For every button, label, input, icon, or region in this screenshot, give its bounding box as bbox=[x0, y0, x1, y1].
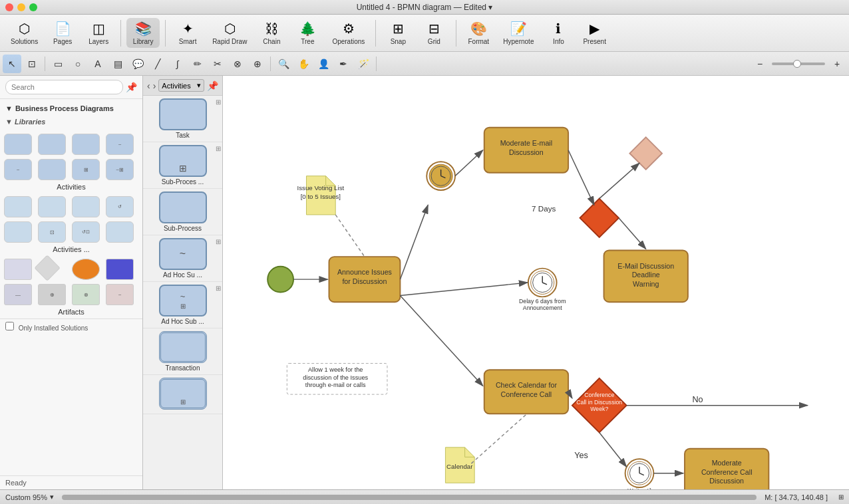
shape-cell-6[interactable] bbox=[38, 159, 66, 180]
shape-cell-7[interactable]: ⊞ bbox=[72, 159, 100, 180]
shape-cell-10[interactable] bbox=[38, 196, 66, 217]
only-installed[interactable]: Only Installed Solutions bbox=[0, 318, 142, 334]
shape-cell-12[interactable]: ↺ bbox=[106, 196, 134, 217]
layers-icon: ◫ bbox=[92, 21, 105, 37]
lib-item-subprocess[interactable]: ⊞ Sub-Proces ... ⊞ bbox=[143, 142, 222, 189]
svg-text:Week?: Week? bbox=[590, 406, 608, 412]
shape-cell-1[interactable] bbox=[4, 134, 32, 155]
curve-tool[interactable]: ∫ bbox=[168, 55, 187, 73]
start-event[interactable] bbox=[267, 267, 293, 293]
zoom-out-button[interactable]: − bbox=[751, 55, 769, 73]
layers-button[interactable]: ◫ Layers bbox=[82, 18, 115, 48]
gateway-1[interactable] bbox=[580, 199, 619, 237]
solutions-button[interactable]: ⬡ Solutions bbox=[5, 18, 43, 48]
search-input[interactable] bbox=[5, 80, 123, 94]
resize-handle[interactable]: ⊞ bbox=[838, 493, 844, 501]
user-tool[interactable]: 👤 bbox=[314, 55, 333, 73]
maximize-button[interactable] bbox=[29, 3, 37, 11]
table-tool[interactable]: ▤ bbox=[108, 55, 127, 73]
operations-button[interactable]: ⚙ Operations bbox=[327, 18, 370, 48]
scroll-bar[interactable] bbox=[62, 495, 757, 500]
info-button[interactable]: ℹ Info bbox=[542, 18, 575, 48]
rect-tool[interactable]: ▭ bbox=[49, 55, 67, 73]
zoom-in-button[interactable]: + bbox=[828, 55, 846, 73]
lib-item-transaction[interactable]: Transaction bbox=[143, 328, 222, 375]
chain-button[interactable]: ⛓ Chain bbox=[255, 19, 288, 48]
artifact-cell-7[interactable]: ⊗ bbox=[72, 284, 100, 305]
artifact-cell-2[interactable] bbox=[34, 255, 61, 281]
shape-tool[interactable]: ⊕ bbox=[248, 55, 267, 73]
lib-item-task[interactable]: Task ⊞ bbox=[143, 96, 222, 142]
svg-text:Conference Call: Conference Call bbox=[701, 468, 753, 476]
wand-tool[interactable]: 🪄 bbox=[354, 55, 373, 73]
artifact-cell-8[interactable]: ~ bbox=[106, 284, 134, 305]
pen-tool[interactable]: ✒ bbox=[334, 55, 353, 73]
sidebar-header: 📌 bbox=[0, 76, 142, 99]
library-button[interactable]: 📚 Library bbox=[126, 18, 160, 48]
info-label: Info bbox=[553, 38, 564, 45]
snap-button[interactable]: ⊞ Snap bbox=[381, 18, 415, 48]
shape-cell-3[interactable] bbox=[72, 134, 100, 155]
lib-item-adhoc[interactable]: ~ Ad Hoc Su ... ⊞ bbox=[143, 235, 222, 282]
subprocess-expander: ⊞ bbox=[216, 145, 221, 152]
close-button[interactable] bbox=[5, 3, 13, 11]
search-tool[interactable]: 🔍 bbox=[274, 55, 293, 73]
callout-tool[interactable]: 💬 bbox=[128, 55, 147, 73]
pan-tool[interactable]: ✋ bbox=[294, 55, 313, 73]
solutions-icon: ⬡ bbox=[19, 21, 30, 37]
smart-button[interactable]: ✦ Smart bbox=[171, 18, 204, 48]
shape-cell-8[interactable]: ~⊞ bbox=[106, 159, 134, 180]
select-tool[interactable]: ↖ bbox=[3, 55, 21, 73]
minimize-button[interactable] bbox=[17, 3, 25, 11]
nav-forward-button[interactable]: › bbox=[153, 80, 156, 91]
artifact-cell-4[interactable] bbox=[106, 259, 134, 280]
zoom-slider[interactable] bbox=[772, 63, 825, 65]
hypernote-button[interactable]: 📝 Hypernote bbox=[498, 18, 539, 48]
artifact-cell-1[interactable] bbox=[4, 259, 32, 280]
sep2 bbox=[165, 20, 166, 47]
libraries-section[interactable]: ▼ Libraries bbox=[0, 115, 142, 128]
pages-button[interactable]: 📄 Pages bbox=[46, 18, 79, 48]
present-button[interactable]: ▶ Present bbox=[578, 18, 611, 48]
only-installed-checkbox[interactable] bbox=[5, 322, 14, 330]
ellipse-tool[interactable]: ○ bbox=[69, 55, 87, 73]
tree-button[interactable]: 🌲 Tree bbox=[291, 18, 324, 48]
lib-item-subprocess2[interactable]: Sub-Process bbox=[143, 189, 222, 235]
svg-text:Discussion: Discussion bbox=[509, 148, 544, 156]
shape-cell-4[interactable]: ~ bbox=[106, 134, 134, 155]
bpd-section[interactable]: ▼ Business Process Diagrams bbox=[0, 102, 142, 115]
nav-back-button[interactable]: ‹ bbox=[147, 80, 150, 91]
line-tool[interactable]: ╱ bbox=[148, 55, 167, 73]
sidebar-pin-icon[interactable]: 📌 bbox=[126, 82, 137, 92]
shape-cell-2[interactable] bbox=[38, 134, 66, 155]
artifact-cell-5[interactable]: — bbox=[4, 284, 32, 305]
lib-item-adhoc2[interactable]: ~ ⊞ Ad Hoc Sub ... ⊞ bbox=[143, 282, 222, 328]
shape-cell-13[interactable] bbox=[4, 221, 32, 243]
selection-tool[interactable]: ⊡ bbox=[23, 55, 41, 73]
shape-cell-9[interactable] bbox=[4, 196, 32, 217]
format-button[interactable]: 🎨 Format bbox=[462, 18, 495, 48]
shape-cell-11[interactable] bbox=[72, 196, 100, 217]
window-controls bbox=[5, 3, 37, 11]
canvas[interactable]: Issue Voting List [0 to 5 Issues] Announ… bbox=[223, 76, 849, 489]
artifact-cell-6[interactable]: ⊕ bbox=[38, 284, 66, 305]
shape-cell-15[interactable]: ↺⊡ bbox=[72, 221, 100, 243]
rapid-draw-button[interactable]: ⬡ Rapid Draw bbox=[207, 18, 252, 48]
tools-bar: ↖ ⊡ ▭ ○ A ▤ 💬 ╱ ∫ ✏ ✂ ⊗ ⊕ 🔍 ✋ 👤 ✒ 🪄 − + bbox=[0, 52, 849, 76]
issue-voting-note[interactable]: Issue Voting List [0 to 5 Issues] bbox=[297, 176, 345, 215]
grid-button[interactable]: ⊟ Grid bbox=[417, 18, 450, 48]
shape-cell-5[interactable]: ~ bbox=[4, 159, 32, 180]
artifact-cell-3[interactable] bbox=[72, 259, 100, 280]
shape-cell-16[interactable] bbox=[106, 221, 134, 243]
pencil-tool[interactable]: ✏ bbox=[188, 55, 207, 73]
zoom-selector[interactable]: Custom 95% ▾ bbox=[5, 493, 54, 501]
end-gateway[interactable] bbox=[629, 137, 662, 170]
text-tool[interactable]: A bbox=[88, 55, 107, 73]
shape-cell-14[interactable]: ⊡ bbox=[38, 221, 66, 243]
calendar-note[interactable]: Calendar bbox=[445, 447, 474, 483]
panel-dropdown[interactable]: Activities ▾ bbox=[158, 79, 204, 92]
cut-tool[interactable]: ⊗ bbox=[228, 55, 247, 73]
panel-pin-icon[interactable]: 📌 bbox=[207, 80, 218, 91]
lib-item-more[interactable]: ⊞ bbox=[143, 375, 222, 414]
scissor-tool[interactable]: ✂ bbox=[208, 55, 227, 73]
